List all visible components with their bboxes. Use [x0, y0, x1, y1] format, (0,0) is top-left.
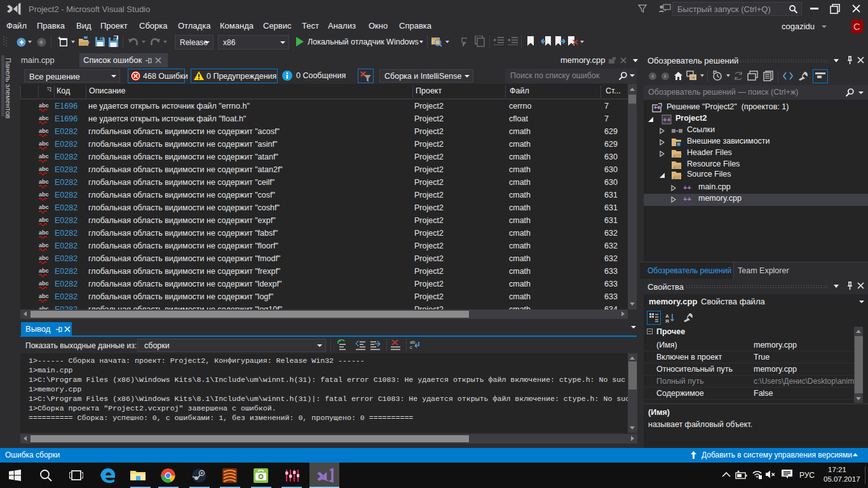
svg-text:c: c — [410, 344, 412, 350]
svg-text:abc: abc — [39, 217, 49, 223]
svg-text:abc: abc — [39, 255, 49, 261]
svg-text:abc: abc — [39, 166, 49, 172]
svg-text:abc: abc — [39, 140, 49, 147]
svg-text:abc: abc — [39, 280, 49, 287]
svg-text:++: ++ — [683, 184, 691, 191]
svg-text:abc: abc — [39, 204, 49, 210]
svg-text:abc: abc — [39, 293, 49, 299]
svg-text:abc: abc — [39, 242, 49, 248]
svg-text:abc: abc — [39, 115, 49, 121]
svg-text:abc: abc — [39, 268, 49, 274]
svg-text:abc: abc — [39, 179, 49, 185]
svg-text:abc: abc — [39, 229, 49, 236]
svg-text:abc: abc — [39, 128, 49, 134]
svg-text:abc: abc — [39, 102, 49, 109]
svg-text:abc: abc — [39, 153, 49, 159]
svg-text:abc: abc — [39, 191, 49, 198]
svg-text:++: ++ — [683, 195, 691, 203]
svg-text:Я: Я — [665, 318, 669, 323]
svg-text:++: ++ — [663, 116, 671, 123]
